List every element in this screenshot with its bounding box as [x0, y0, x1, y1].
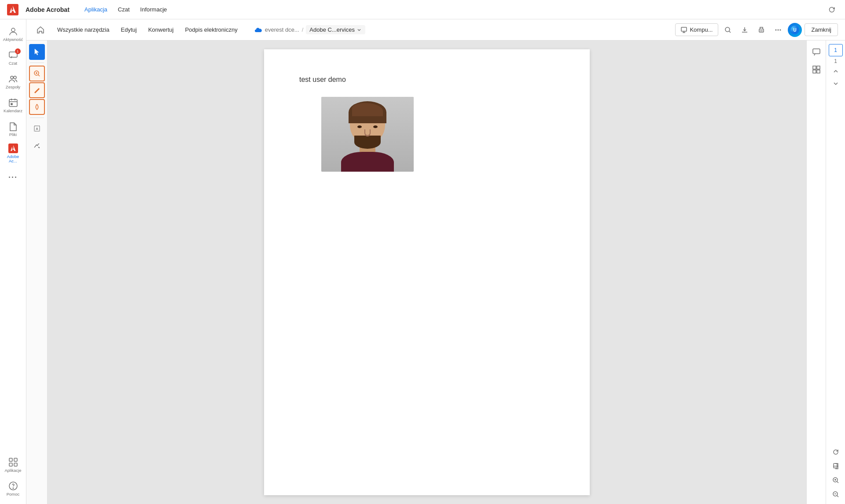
zoom-in-button[interactable] [830, 474, 842, 486]
adobe-logo [7, 4, 18, 15]
pdf-page: test user demo [264, 49, 590, 495]
sidebar-item-chat[interactable]: 1 Czat [2, 47, 25, 70]
signature-tool[interactable] [29, 137, 45, 153]
sidebar-files-label: Pliki [9, 132, 17, 137]
tool-divider-1 [30, 63, 44, 63]
page-down-button[interactable] [830, 78, 842, 89]
sidebar-help-label: Pomoc [7, 492, 20, 497]
svg-rect-6 [11, 103, 12, 105]
svg-point-18 [778, 29, 779, 30]
more-options-button[interactable] [771, 23, 785, 37]
person-photo [321, 97, 414, 172]
sidebar-item-activity[interactable]: Aktywność [2, 23, 25, 46]
svg-point-19 [780, 29, 781, 30]
grid-panel-button[interactable] [808, 62, 824, 77]
download-button[interactable] [738, 23, 752, 37]
text-select-tool[interactable]: A [29, 121, 45, 136]
more-dots: ··· [8, 173, 18, 182]
right-panel [806, 40, 826, 504]
title-refresh-button[interactable] [826, 4, 838, 16]
breadcrumb-separator: / [302, 26, 304, 33]
svg-rect-8 [9, 458, 12, 461]
zoom-out-button[interactable] [830, 488, 842, 500]
svg-text:A: A [36, 127, 38, 130]
sidebar-item-teams[interactable]: Zespoły [2, 70, 25, 93]
person-nose [364, 129, 371, 136]
select-tool[interactable] [29, 44, 45, 60]
svg-rect-25 [813, 49, 820, 54]
svg-rect-10 [9, 463, 12, 466]
sidebar-activity-label: Aktywność [3, 37, 23, 42]
sidebar-item-help[interactable]: Pomoc [2, 478, 25, 500]
sidebar-item-adobe-acrobat[interactable]: Adobe Ac... [2, 142, 25, 166]
svg-point-3 [11, 76, 13, 79]
svg-rect-27 [817, 66, 820, 69]
print-button[interactable] [754, 23, 768, 37]
sidebar-apps-label: Aplikacje [4, 468, 21, 473]
breadcrumb: everest dce... / Adobe C...ervices [254, 25, 365, 34]
toolbar-convert[interactable]: Konwertuj [143, 24, 179, 36]
pdf-image [321, 97, 414, 172]
toolbar-right: Kompu... [675, 23, 838, 37]
zoom-tool[interactable] [29, 66, 45, 81]
shape-tool[interactable] [29, 99, 45, 115]
left-sidebar: Aktywność 1 Czat Zespoły [0, 19, 26, 504]
sidebar-calendar-label: Kalendarz [4, 109, 22, 113]
title-bar: Adobe Acrobat Aplikacja Czat Informacje [0, 0, 845, 19]
svg-rect-30 [834, 464, 837, 468]
user-avatar[interactable]: U [788, 23, 802, 37]
cloud-icon [254, 27, 262, 33]
breadcrumb-current-doc[interactable]: Adobe C...ervices [306, 25, 365, 34]
svg-rect-14 [681, 27, 687, 31]
pdf-viewer: test user demo [48, 40, 806, 504]
svg-rect-26 [813, 66, 816, 69]
sidebar-teams-label: Zespoły [6, 85, 20, 89]
main-content: A test user demo [26, 40, 845, 504]
title-nav: Aplikacja Czat Informacje [80, 4, 171, 15]
home-button[interactable] [33, 23, 48, 37]
svg-point-13 [13, 488, 14, 489]
svg-point-17 [775, 29, 777, 30]
toolbar-all-tools[interactable]: Wszystkie narzędzia [52, 24, 114, 36]
svg-point-1 [11, 28, 15, 32]
page-up-button[interactable] [830, 66, 842, 77]
sidebar-item-files[interactable]: Pliki [2, 118, 25, 141]
toolbar-signature[interactable]: Podpis elektroniczny [180, 24, 242, 36]
svg-text:U: U [794, 28, 797, 33]
app-name: Adobe Acrobat [26, 6, 70, 13]
svg-rect-9 [14, 458, 17, 461]
tool-panel: A [26, 40, 48, 504]
comments-panel-button[interactable] [808, 44, 824, 60]
computer-btn-label: Kompu... [690, 26, 713, 33]
sidebar-item-apps[interactable]: Aplikacje [2, 454, 25, 477]
search-button[interactable] [721, 23, 735, 37]
title-nav-informacje[interactable]: Informacje [136, 4, 172, 15]
sidebar-item-calendar[interactable]: Kalendarz [2, 94, 25, 117]
svg-rect-29 [817, 70, 820, 73]
svg-rect-5 [9, 99, 17, 107]
person-eye-right [373, 125, 378, 128]
toolbar-edit[interactable]: Edytuj [115, 24, 142, 36]
close-button[interactable]: Zamknij [805, 23, 838, 36]
tool-divider-2 [30, 118, 44, 118]
title-nav-aplikacja[interactable]: Aplikacja [80, 4, 112, 15]
scan-document-button[interactable] [830, 460, 842, 472]
pdf-text-content: test user demo [299, 76, 563, 84]
sidebar-chat-label: Czat [9, 61, 18, 66]
sidebar-item-more[interactable]: ··· [2, 166, 25, 189]
pen-tool[interactable] [29, 82, 45, 98]
page-sidebar: 1 1 [826, 40, 845, 504]
svg-point-15 [725, 27, 730, 32]
svg-rect-28 [813, 70, 816, 73]
svg-point-4 [14, 76, 16, 79]
viewer-refresh-button[interactable] [830, 446, 842, 458]
current-page-box[interactable]: 1 [829, 44, 843, 56]
svg-rect-11 [14, 463, 17, 466]
computer-button[interactable]: Kompu... [675, 23, 718, 36]
breadcrumb-doc-label: Adobe C...ervices [309, 26, 355, 33]
chat-badge: 1 [15, 48, 21, 54]
person-beard [354, 136, 381, 149]
main-layout: Wszystkie narzędzia Edytuj Konwertuj Pod… [26, 19, 845, 504]
sidebar-adobe-label: Adobe Ac... [4, 155, 23, 164]
title-nav-czat[interactable]: Czat [114, 4, 134, 15]
